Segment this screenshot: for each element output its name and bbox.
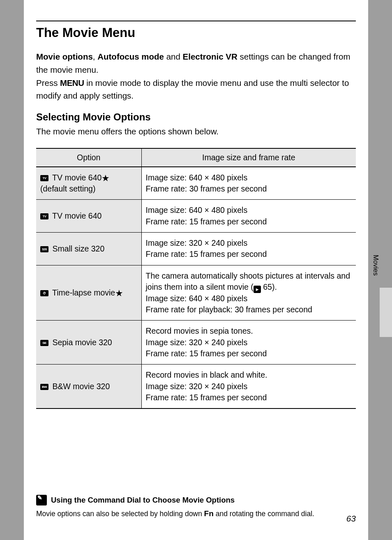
cell-desc: The camera automatically shoots pictures… [141, 265, 356, 321]
side-section-label: Movies [372, 255, 379, 276]
cell-desc: Image size: 320 × 240 pixels Frame rate:… [141, 233, 356, 265]
movie-icon [40, 340, 48, 346]
table-row: Time-lapse movie★ The camera automatical… [36, 265, 356, 321]
table-row: TV movie 640★(default setting) Image siz… [36, 167, 356, 200]
star-icon: ★ [115, 288, 123, 298]
tip-title: Using the Command Dial to Choose Movie O… [51, 496, 235, 505]
intro-paragraph: Movie options, Autofocus mode and Electr… [36, 50, 356, 102]
fn-glyph: Fn [204, 509, 214, 518]
side-tab: Movies [368, 255, 392, 286]
top-rule [36, 21, 356, 21]
menu-glyph: MENU [60, 78, 84, 88]
intro-bold-3: Electronic VR [183, 52, 238, 61]
cell-desc: Image size: 640 × 480 pixels Frame rate:… [141, 200, 356, 233]
cell-desc: Record movies in sepia tones. Image size… [141, 321, 356, 365]
movie-icon [40, 384, 48, 390]
movie-icon [40, 213, 48, 219]
movie-icon [40, 175, 48, 181]
table-row: TV movie 640 Image size: 640 × 480 pixel… [36, 200, 356, 233]
intro-bold-1: Movie options [36, 52, 93, 61]
table-row: Small size 320 Image size: 320 × 240 pix… [36, 233, 356, 265]
movie-icon [40, 246, 48, 252]
document-page: The Movie Menu Movie options, Autofocus … [24, 0, 368, 540]
note-icon [36, 495, 47, 505]
star-icon: ★ [101, 173, 110, 183]
page-title: The Movie Menu [36, 25, 356, 40]
cell-desc: Record movies in black and white. Image … [141, 365, 356, 408]
th-desc: Image size and frame rate [141, 148, 356, 167]
movie-options-table: Option Image size and frame rate TV movi… [36, 148, 356, 409]
footer-tip: Using the Command Dial to Choose Movie O… [36, 495, 356, 520]
tip-body: Movie options can also be selected by ho… [36, 508, 356, 520]
page-number: 63 [346, 514, 356, 524]
section-heading: Selecting Movie Options [36, 111, 356, 123]
side-thumb-tab [380, 288, 392, 337]
movie-icon [40, 290, 48, 296]
table-row: Sepia movie 320 Record movies in sepia t… [36, 321, 356, 365]
section-text: The movie menu offers the options shown … [36, 125, 356, 138]
cell-desc: Image size: 640 × 480 pixels Frame rate:… [141, 167, 356, 200]
th-option: Option [36, 148, 141, 167]
intro-bold-2: Autofocus mode [97, 52, 164, 61]
reference-icon: ▸ [254, 286, 261, 293]
table-row: B&W movie 320 Record movies in black and… [36, 365, 356, 408]
